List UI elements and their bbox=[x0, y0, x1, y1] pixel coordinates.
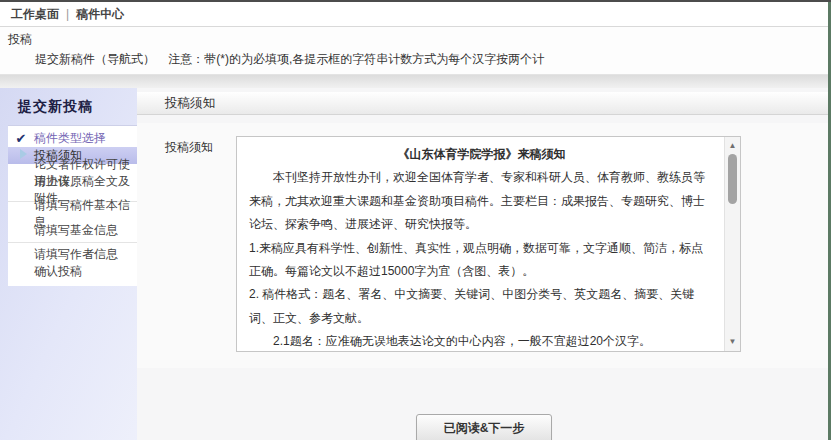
notice-field-label: 投稿须知 bbox=[165, 136, 236, 352]
notice-form: 投稿须知 《山东体育学院学报》来稿须知 本刊坚持开放性办刊，欢迎全国体育学者、专… bbox=[137, 123, 831, 368]
wizard-sidebar: 提交新投稿 ✔ 稿件类型选择 投稿须知 论文著作权许可使用协议 请上传原稿全文及… bbox=[0, 88, 137, 440]
notice-paragraph: 2. 稿件格式：题名、署名、中文摘要、关键词、中图分类号、英文题名、摘要、关键词… bbox=[249, 283, 714, 330]
step-manuscript-type[interactable]: ✔ 稿件类型选择 bbox=[8, 130, 137, 147]
notice-paragraph: 1.来稿应具有科学性、创新性、真实性，观点明确，数据可靠，文字通顺、简洁，标点正… bbox=[249, 237, 714, 284]
subnav-bar: 投稿 提交新稿件（导航式） 注意：带(*)的为必填项,各提示框的字符串计数方式为… bbox=[0, 27, 831, 75]
notice-text: 《山东体育学院学报》来稿须知 本刊坚持开放性办刊，欢迎全国体育学者、专家和科研人… bbox=[237, 137, 724, 351]
notice-title: 《山东体育学院学报》来稿须知 bbox=[249, 143, 714, 166]
page-title: 投稿须知 bbox=[137, 92, 831, 115]
step-fund-info[interactable]: 请填写基金信息 bbox=[8, 222, 137, 239]
step-label: 请填写作者信息 bbox=[34, 246, 118, 263]
content-area: 提交新投稿 ✔ 稿件类型选择 投稿须知 论文著作权许可使用协议 请上传原稿全文及… bbox=[0, 88, 831, 440]
divider-band bbox=[0, 75, 831, 88]
scrollbar-thumb[interactable] bbox=[728, 154, 737, 204]
step-upload-fulltext[interactable]: 请上传原稿全文及附件 bbox=[8, 181, 137, 198]
subnav-submit-link[interactable]: 投稿 bbox=[0, 31, 831, 48]
notice-paragraph: 本刊坚持开放性办刊，欢迎全国体育学者、专家和科研人员、体育教师、教练员等来稿，尤… bbox=[249, 166, 714, 236]
scroll-up-icon[interactable]: ▲ bbox=[725, 140, 740, 152]
nav-separator: | bbox=[66, 7, 69, 21]
step-mode-title: 提交新稿件（导航式） bbox=[35, 52, 155, 66]
action-row: 已阅读&下一步 bbox=[137, 414, 831, 440]
step-author-info[interactable]: 请填写作者信息 bbox=[8, 246, 137, 263]
notice-paragraph: 2.1题名：应准确无误地表达论文的中心内容，一般不宜超过20个汉字。 bbox=[249, 330, 714, 351]
step-confirm-submission[interactable]: 确认投稿 bbox=[8, 263, 137, 280]
step-label: 稿件类型选择 bbox=[34, 130, 106, 147]
notice-textbox[interactable]: 《山东体育学院学报》来稿须知 本刊坚持开放性办刊，欢迎全国体育学者、专家和科研人… bbox=[236, 136, 741, 352]
step-label: 确认投稿 bbox=[34, 263, 82, 280]
menu-divider bbox=[8, 242, 137, 243]
sidebar-title: 提交新投稿 bbox=[18, 98, 137, 116]
app-window: 工作桌面 | 稿件中心 投稿 提交新稿件（导航式） 注意：带(*)的为必填项,各… bbox=[0, 0, 831, 440]
notice-scrollbar[interactable]: ▲ ▼ bbox=[724, 137, 740, 351]
page-note: 提交新稿件（导航式） 注意：带(*)的为必填项,各提示框的字符串计数方式为每个汉… bbox=[0, 51, 831, 68]
nav-manuscript-center[interactable]: 稿件中心 bbox=[76, 6, 124, 23]
top-nav-bar: 工作桌面 | 稿件中心 bbox=[0, 2, 831, 27]
wizard-steps-menu: ✔ 稿件类型选择 投稿须知 论文著作权许可使用协议 请上传原稿全文及附件 bbox=[8, 125, 137, 286]
check-icon: ✔ bbox=[8, 130, 34, 148]
triangle-right-icon bbox=[8, 147, 34, 164]
nav-work-desktop[interactable]: 工作桌面 bbox=[11, 6, 59, 23]
read-and-next-button[interactable]: 已阅读&下一步 bbox=[416, 414, 553, 440]
step-basic-info[interactable]: 请填写稿件基本信息 bbox=[8, 205, 137, 222]
step-label: 请填写基金信息 bbox=[34, 222, 118, 239]
main-panel: 投稿须知 投稿须知 《山东体育学院学报》来稿须知 本刊坚持开放性办刊，欢迎全国体… bbox=[137, 88, 831, 440]
required-fields-note: 注意：带(*)的为必填项,各提示框的字符串计数方式为每个汉字按两个计 bbox=[168, 52, 544, 66]
scroll-down-icon[interactable]: ▼ bbox=[725, 336, 740, 348]
